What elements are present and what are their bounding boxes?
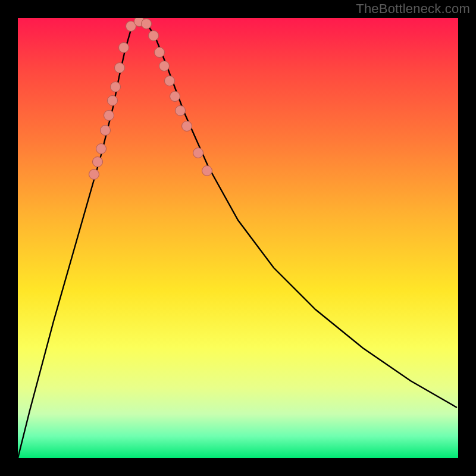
data-dot [155,48,165,58]
data-dot [165,76,175,86]
data-dot [104,111,114,121]
data-dot [115,63,125,73]
data-dot [202,166,212,176]
bottleneck-curve [18,21,457,458]
chart-frame: TheBottleneck.com [0,0,476,476]
data-dot [111,82,121,92]
curve-svg [18,18,458,458]
data-dot [149,31,159,41]
data-dot [93,157,103,167]
curve-dots [89,18,212,180]
data-dot [182,121,192,131]
data-dot [176,106,186,116]
watermark-text: TheBottleneck.com [356,1,470,17]
data-dot [96,144,107,154]
data-dot [142,19,152,29]
plot-area [18,18,458,458]
data-dot [159,61,170,71]
data-dot [108,96,118,106]
data-dot [89,170,99,180]
data-dot [119,43,129,53]
data-dot [170,92,180,102]
data-dot [193,148,203,158]
data-dot [101,126,111,136]
